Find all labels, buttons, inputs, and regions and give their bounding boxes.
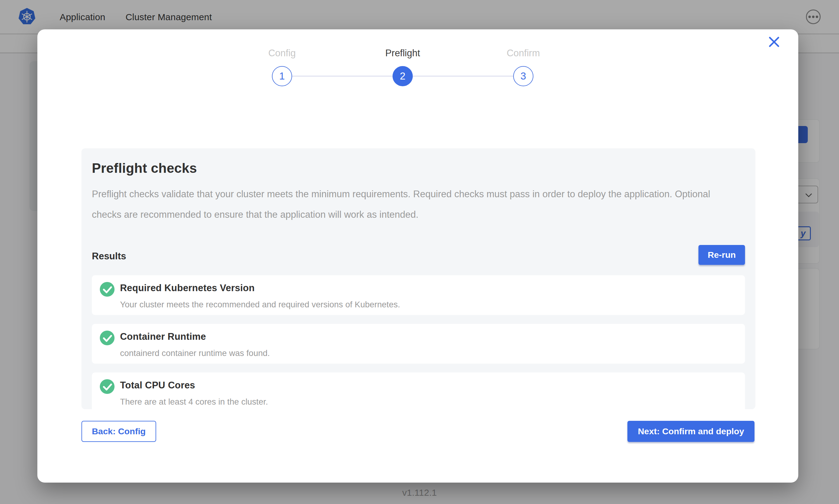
check-description: Your cluster meets the recommended and r…: [120, 300, 400, 309]
check-text: Total CPU Cores There are at least 4 cor…: [120, 379, 268, 407]
page-title: Preflight checks: [92, 161, 745, 176]
preflight-description: Preflight checks validate that your clus…: [92, 184, 729, 225]
check-result-row: Total CPU Cores There are at least 4 cor…: [92, 373, 745, 412]
back-config-button[interactable]: Back: Config: [82, 421, 156, 442]
step-label: Preflight: [372, 48, 433, 60]
results-header-row: Results Re-run: [92, 245, 745, 265]
check-results-list: Required Kubernetes Version Your cluster…: [92, 275, 745, 412]
check-circle-icon: [100, 330, 115, 345]
check-circle-icon: [100, 379, 115, 394]
close-button[interactable]: [767, 35, 781, 49]
check-circle-icon: [100, 282, 115, 296]
step-preflight[interactable]: Preflight 2: [372, 48, 433, 86]
step-confirm[interactable]: Confirm 3: [493, 48, 554, 86]
step-circle[interactable]: 3: [513, 66, 533, 86]
step-label: Config: [251, 48, 313, 60]
check-title: Required Kubernetes Version: [120, 282, 400, 294]
check-title: Total CPU Cores: [120, 379, 268, 392]
check-description: containerd container runtime was found.: [120, 348, 270, 358]
check-result-row: Container Runtime containerd container r…: [92, 324, 745, 364]
results-label: Results: [92, 251, 126, 265]
step-config[interactable]: Config 1: [251, 48, 313, 86]
check-text: Container Runtime containerd container r…: [120, 330, 270, 358]
modal-footer: Back: Config Next: Confirm and deploy: [82, 421, 754, 442]
preflight-modal: Config 1 Preflight 2 Confirm 3 Preflight…: [37, 29, 798, 483]
step-circle[interactable]: 1: [272, 66, 292, 86]
preflight-panel: Preflight checks Preflight checks valida…: [82, 148, 755, 409]
step-circle[interactable]: 2: [393, 66, 413, 86]
check-title: Container Runtime: [120, 330, 270, 343]
next-confirm-deploy-button[interactable]: Next: Confirm and deploy: [628, 421, 754, 442]
check-result-row: Required Kubernetes Version Your cluster…: [92, 275, 745, 315]
step-label: Confirm: [493, 48, 554, 60]
check-text: Required Kubernetes Version Your cluster…: [120, 282, 400, 309]
wizard-stepper: Config 1 Preflight 2 Confirm 3: [251, 48, 554, 100]
rerun-button[interactable]: Re-run: [699, 245, 745, 265]
check-description: There are at least 4 cores in the cluste…: [120, 397, 268, 407]
close-icon: [768, 44, 780, 49]
